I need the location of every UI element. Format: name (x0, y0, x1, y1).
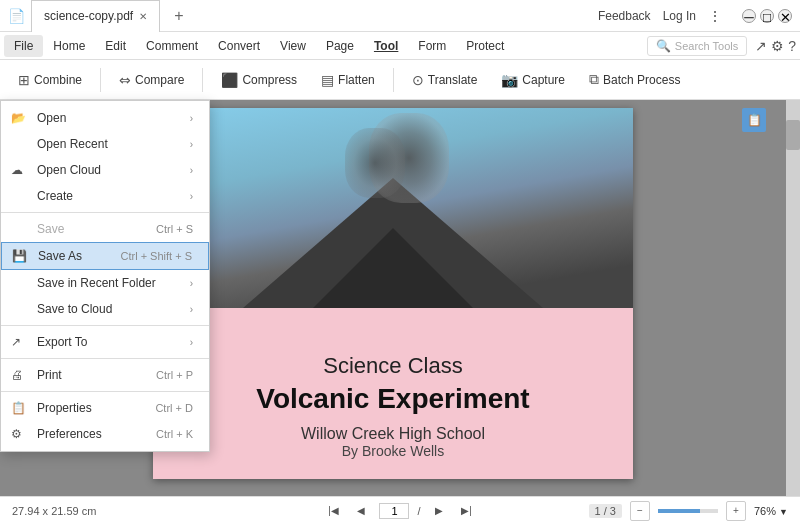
toolbar-compress[interactable]: ⬛ Compress (211, 68, 307, 92)
menu-page[interactable]: Page (316, 35, 364, 57)
compare-label: Compare (135, 73, 184, 87)
maximize-button[interactable]: □ (760, 9, 774, 23)
separator-export (1, 325, 209, 326)
login-label[interactable]: Log In (663, 9, 696, 23)
separator-1 (100, 68, 101, 92)
page-input[interactable] (379, 503, 409, 519)
share-icon[interactable]: ↗ (755, 38, 767, 54)
save-shortcut: Ctrl + S (156, 223, 193, 235)
translate-label: Translate (428, 73, 478, 87)
status-dimensions: 27.94 x 21.59 cm (12, 505, 323, 517)
zoom-in-button[interactable]: + (726, 501, 746, 521)
toolbar-combine[interactable]: ⊞ Combine (8, 68, 92, 92)
zoom-out-button[interactable]: − (630, 501, 650, 521)
toolbar-compare[interactable]: ⇔ Compare (109, 68, 194, 92)
more-options-icon[interactable]: ⋮ (708, 8, 722, 24)
smoke-cloud-2 (345, 128, 405, 198)
menu-home[interactable]: Home (43, 35, 95, 57)
pdf-content: • Science Class Volcanic Experiment Will… (153, 308, 633, 479)
save-as-icon: 💾 (12, 249, 27, 263)
compare-icon: ⇔ (119, 72, 131, 88)
dimensions-label: 27.94 x 21.59 cm (12, 505, 96, 517)
menu-item-create[interactable]: Create › (1, 183, 209, 209)
flatten-label: Flatten (338, 73, 375, 87)
open-cloud-icon: ☁ (11, 163, 23, 177)
menu-convert[interactable]: Convert (208, 35, 270, 57)
menu-item-save: Save Ctrl + S (1, 216, 209, 242)
close-button[interactable]: ✕ (778, 9, 792, 23)
last-page-button[interactable]: ▶| (457, 501, 477, 521)
right-scrollbar[interactable] (786, 100, 800, 496)
page-separator: / (417, 505, 420, 517)
separator-3 (393, 68, 394, 92)
translate-icon: ⊙ (412, 72, 424, 88)
open-icon: 📂 (11, 111, 26, 125)
toolbar-flatten[interactable]: ▤ Flatten (311, 68, 385, 92)
compress-icon: ⬛ (221, 72, 238, 88)
settings-icon[interactable]: ⚙ (771, 38, 784, 54)
preferences-icon: ⚙ (11, 427, 22, 441)
menu-item-export[interactable]: ↗ Export To › (1, 329, 209, 355)
combine-label: Combine (34, 73, 82, 87)
status-bar: 27.94 x 21.59 cm |◀ ◀ / ▶ ▶| 1 / 3 − + 7… (0, 496, 800, 524)
menu-item-save-recent[interactable]: Save in Recent Folder › (1, 270, 209, 296)
next-page-button[interactable]: ▶ (429, 501, 449, 521)
menu-edit[interactable]: Edit (95, 35, 136, 57)
separator-print (1, 358, 209, 359)
open-cloud-arrow: › (190, 165, 193, 176)
properties-icon: 📋 (11, 401, 26, 415)
toolbar-batch[interactable]: ⧉ Batch Process (579, 67, 690, 92)
preferences-label: Preferences (37, 427, 102, 441)
menu-comment[interactable]: Comment (136, 35, 208, 57)
print-shortcut: Ctrl + P (156, 369, 193, 381)
zoom-slider[interactable] (658, 509, 718, 513)
menu-item-preferences[interactable]: ⚙ Preferences Ctrl + K (1, 421, 209, 447)
zoom-dropdown-icon: ▼ (779, 507, 788, 517)
menu-form[interactable]: Form (408, 35, 456, 57)
active-tab[interactable]: science-copy.pdf ✕ (31, 0, 160, 32)
new-tab-button[interactable]: + (166, 7, 191, 25)
toolbar-capture[interactable]: 📷 Capture (491, 68, 575, 92)
title-bar-right: Feedback Log In ⋮ ─ □ ✕ (598, 8, 792, 24)
menu-bar: File Home Edit Comment Convert View Page… (0, 32, 800, 60)
save-cloud-arrow: › (190, 304, 193, 315)
feedback-label[interactable]: Feedback (598, 9, 651, 23)
first-page-button[interactable]: |◀ (323, 501, 343, 521)
menu-item-properties[interactable]: 📋 Properties Ctrl + D (1, 395, 209, 421)
menu-item-print[interactable]: 🖨 Print Ctrl + P (1, 362, 209, 388)
properties-shortcut: Ctrl + D (155, 402, 193, 414)
search-tools-box[interactable]: 🔍 Search Tools (647, 36, 747, 56)
menu-item-open-cloud[interactable]: ☁ Open Cloud › (1, 157, 209, 183)
tab-close-icon[interactable]: ✕ (139, 11, 147, 22)
menu-file[interactable]: File (4, 35, 43, 57)
menu-protect[interactable]: Protect (456, 35, 514, 57)
save-label: Save (37, 222, 64, 236)
pdf-corner-icon[interactable]: 📋 (742, 108, 766, 132)
save-recent-arrow: › (190, 278, 193, 289)
menu-item-open[interactable]: 📂 Open › (1, 105, 209, 131)
menu-item-save-as[interactable]: 💾 Save As Ctrl + Shift + S (1, 242, 209, 270)
toolbar-translate[interactable]: ⊙ Translate (402, 68, 488, 92)
zoom-slider-fill (658, 509, 700, 513)
help-icon[interactable]: ? (788, 38, 796, 54)
open-recent-label: Open Recent (37, 137, 108, 151)
save-recent-label: Save in Recent Folder (37, 276, 156, 290)
menu-tool[interactable]: Tool (364, 35, 408, 57)
separator-save (1, 212, 209, 213)
main-area: 📂 Open › Open Recent › ☁ Open Cloud › Cr… (0, 100, 800, 496)
zoom-percent-label[interactable]: 76% ▼ (754, 505, 788, 517)
menu-item-open-recent[interactable]: Open Recent › (1, 131, 209, 157)
menu-view[interactable]: View (270, 35, 316, 57)
page-count-badge: 1 / 3 (589, 504, 622, 518)
page-count-label: 1 / 3 (595, 505, 616, 517)
compress-label: Compress (242, 73, 297, 87)
tab-filename: science-copy.pdf (44, 9, 133, 23)
menu-item-save-cloud[interactable]: Save to Cloud › (1, 296, 209, 322)
status-center: |◀ ◀ / ▶ ▶| (323, 501, 476, 521)
open-label: Open (37, 111, 66, 125)
title-bar: 📄 science-copy.pdf ✕ + Feedback Log In ⋮… (0, 0, 800, 32)
minimize-button[interactable]: ─ (742, 9, 756, 23)
prev-page-button[interactable]: ◀ (351, 501, 371, 521)
pdf-title: Science Class (173, 353, 613, 379)
properties-label: Properties (37, 401, 92, 415)
